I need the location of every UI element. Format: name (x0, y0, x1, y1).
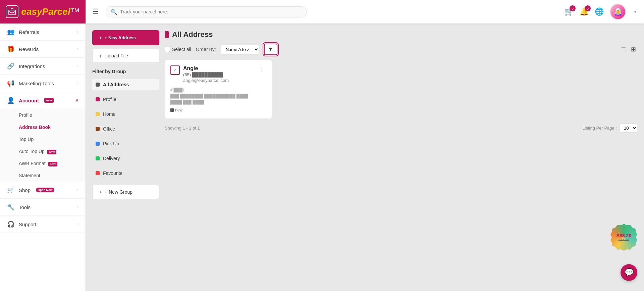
language-button[interactable]: 🌐 (595, 7, 604, 16)
support-icon: 🎧 (7, 221, 15, 228)
delete-button[interactable]: 🗑 (264, 44, 277, 55)
main-layout: 👥 Referrals › 🎁 Rewards › 🔗 Integrations… (0, 23, 644, 291)
submenu-item-address-book[interactable]: Address Book (0, 121, 85, 133)
sidebar-label-rewards: Rewards (19, 46, 39, 52)
sidebar-label-support: Support (19, 222, 37, 227)
sidebar: 👥 Referrals › 🎁 Rewards › 🔗 Integrations… (0, 23, 86, 291)
per-page-select[interactable]: 10 20 50 (620, 124, 637, 133)
search-bar: 🔍 (106, 6, 307, 17)
right-panel: All Address Select all Order By: Name A … (165, 30, 637, 284)
submenu-item-statement[interactable]: Statement (0, 169, 85, 182)
all-address-label: All Address (103, 82, 129, 87)
card-checkbox-wrapper[interactable]: ✓ (170, 65, 180, 75)
tag-label: new (175, 108, 182, 112)
card-top: ✓ Angie (65) ██████████ angie@easyparcel… (170, 65, 266, 83)
address-toolbar: Select all Order By: Name A to Z Name Z … (165, 44, 637, 55)
card-tag: new (170, 108, 182, 112)
address-header-icon (165, 31, 169, 38)
logo[interactable]: easyParcel™ (0, 0, 86, 23)
filter-item-profile[interactable]: Profile (92, 94, 159, 105)
filter-item-delivery[interactable]: Delivery (92, 153, 159, 164)
pickup-label: Pick Up (103, 141, 119, 146)
shop-icon: 🛒 (7, 186, 15, 194)
new-group-plus-icon: + (99, 189, 102, 195)
tag-icon (170, 108, 174, 112)
card-phone: (65) ██████████ (183, 72, 254, 77)
home-dot (96, 112, 100, 116)
promo-price: S$3.20 (616, 233, 631, 238)
navbar: easyParcel™ ☰ 🔍 🛒 0 🔔 0 🌐 🧝‍♀️ ▼ (0, 0, 644, 23)
search-icon: 🔍 (111, 9, 117, 15)
submenu-item-auto-top-up[interactable]: Auto Top Up new (0, 145, 85, 157)
submenu-item-top-up[interactable]: Top Up (0, 133, 85, 145)
favourite-label: Favourite (103, 171, 122, 176)
shop-chevron-icon: › (77, 188, 78, 192)
sidebar-label-marketing: Marketing Tools (19, 81, 54, 86)
auto-top-up-badge: new (47, 150, 57, 154)
sidebar-item-marketing[interactable]: 📢 Marketing Tools › (0, 75, 85, 92)
filter-item-pickup[interactable]: Pick Up (92, 138, 159, 149)
chat-button[interactable]: 💬 (621, 264, 637, 281)
tools-chevron-icon: › (77, 205, 78, 209)
sidebar-label-tools: Tools (19, 204, 31, 210)
address-card: ✓ Angie (65) ██████████ angie@easyparcel… (165, 60, 272, 119)
sidebar-item-referrals[interactable]: 👥 Referrals › (0, 23, 85, 41)
cart-button[interactable]: 🛒 0 (565, 7, 574, 16)
sidebar-item-account[interactable]: 👤 Account new ∨ (0, 92, 85, 109)
card-address: #(███) ███ ████████ ███████████ ████ ███… (170, 87, 266, 105)
submenu-item-profile[interactable]: Profile (0, 109, 85, 121)
support-chevron-icon: › (77, 222, 78, 227)
order-by-select[interactable]: Name A to Z Name Z to A Date Added (221, 45, 259, 54)
search-input[interactable] (120, 9, 302, 14)
cart-badge: 0 (570, 5, 576, 11)
card-email: angie@easyparcel.com (183, 78, 254, 83)
account-chevron-icon: ∨ (75, 98, 78, 103)
select-all-checkbox[interactable] (165, 47, 170, 52)
submenu-item-awb-format[interactable]: AWB Format new (0, 157, 85, 169)
integrations-chevron-icon: › (77, 64, 78, 68)
new-group-label: + New Group (105, 189, 132, 195)
notification-badge: 0 (585, 5, 591, 11)
sidebar-item-support[interactable]: 🎧 Support › (0, 216, 85, 233)
card-info: Angie (65) ██████████ angie@easyparcel.c… (183, 65, 254, 83)
notification-button[interactable]: 🔔 0 (580, 7, 589, 16)
showing-row: Showing 1 - 1 of 1 Listing Per Page : 10… (165, 124, 637, 133)
filter-item-all-address[interactable]: All Address (92, 79, 159, 90)
content-area: + + New Address ↑ Upload File Filter by … (86, 23, 644, 291)
sidebar-item-integrations[interactable]: 🔗 Integrations › (0, 58, 85, 75)
avatar[interactable]: 🧝‍♀️ (610, 4, 626, 20)
list-view-button[interactable]: ☰ (620, 44, 628, 54)
showing-text: Showing 1 - 1 of 1 (165, 126, 200, 131)
referrals-icon: 👥 (7, 28, 15, 36)
navbar-right: 🛒 0 🔔 0 🌐 🧝‍♀️ ▼ (565, 4, 637, 20)
trash-icon: 🗑 (268, 46, 273, 52)
new-address-button[interactable]: + + New Address (92, 30, 159, 45)
sidebar-label-referrals: Referrals (19, 29, 39, 35)
upload-icon: ↑ (99, 53, 102, 58)
delivery-label: Delivery (103, 156, 120, 161)
filter-item-favourite[interactable]: Favourite (92, 167, 159, 179)
new-group-button[interactable]: + + New Group (92, 185, 159, 199)
office-dot (96, 127, 100, 131)
sidebar-label-account: Account (19, 98, 39, 103)
sidebar-label-shop: Shop (19, 187, 31, 193)
sidebar-item-tools[interactable]: 🔧 Tools › (0, 199, 85, 216)
card-name: Angie (183, 65, 254, 71)
sidebar-item-rewards[interactable]: 🎁 Rewards › (0, 41, 85, 58)
profile-dot (96, 97, 100, 101)
grid-view-button[interactable]: ⊞ (630, 44, 637, 54)
shop-open-badge: Open Now (36, 188, 54, 192)
plus-icon: + (99, 35, 102, 41)
logo-box (6, 5, 18, 18)
filter-item-home[interactable]: Home (92, 108, 159, 120)
filter-item-office[interactable]: Office (92, 123, 159, 135)
upload-file-button[interactable]: ↑ Upload File (92, 49, 159, 63)
card-checkmark-icon: ✓ (173, 67, 177, 73)
promo-from: S$4.20 (619, 238, 629, 242)
favourite-dot (96, 171, 100, 175)
address-header: All Address (165, 30, 637, 39)
hamburger-button[interactable]: ☰ (92, 7, 99, 16)
card-more-button[interactable]: ⋮ (258, 65, 266, 73)
chat-icon: 💬 (625, 268, 634, 277)
sidebar-item-shop[interactable]: 🛒 Shop Open Now › (0, 182, 85, 199)
